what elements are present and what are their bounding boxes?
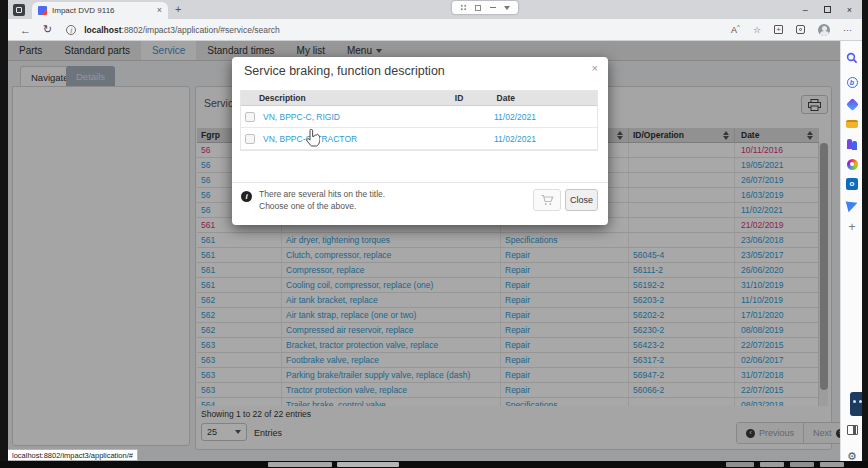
sidebar-bing-chat-icon[interactable]: b [845, 75, 859, 89]
hand-cursor [305, 129, 320, 147]
tab-favicon-icon [38, 6, 47, 15]
sidebar-drop-icon[interactable] [845, 198, 859, 212]
expand-widget-icon[interactable] [504, 6, 510, 10]
new-tab-button[interactable]: + [175, 3, 181, 15]
description-link[interactable]: VN, BPPC-C, RIGID [255, 112, 452, 122]
drag-grid-icon[interactable] [460, 4, 467, 11]
browser-tab[interactable]: Impact DVD 9116 × [32, 2, 168, 19]
modal-table-row[interactable]: VN, BPPC-C, TRACTOR11/02/2021 [241, 128, 597, 150]
sidebar-panel-toggle-icon[interactable] [845, 423, 859, 437]
browser-addressbar: ← ↻ i localhost:8802/impact3/application… [8, 19, 862, 41]
modal-close-button[interactable]: Close [565, 189, 598, 211]
back-icon[interactable]: ← [20, 24, 31, 36]
taskbar-item[interactable] [760, 462, 784, 467]
window-maximize-button[interactable] [824, 6, 831, 13]
modal-table-header: Description ID Date [241, 91, 597, 106]
row-checkbox[interactable] [245, 134, 255, 144]
browser-titlebar: Impact DVD 9116 × + – × [8, 0, 862, 19]
capture-region-icon[interactable] [475, 5, 481, 11]
sidebar-settings-icon[interactable]: ⚙ [845, 449, 859, 461]
profile-avatar[interactable] [818, 24, 830, 36]
minimize-widget-icon[interactable] [490, 7, 496, 8]
tab-title: Impact DVD 9116 [52, 6, 152, 15]
browser-window: Impact DVD 9116 × + – × ← ↻ i localhost:… [8, 0, 862, 461]
modal-table: Description ID Date VN, BPPC-C, RIGID11/… [240, 90, 598, 151]
modal-table-row[interactable]: VN, BPPC-C, RIGID11/02/2021 [241, 106, 597, 128]
cart-icon [541, 195, 554, 206]
screen: Impact DVD 9116 × + – × ← ↻ i localhost:… [0, 0, 868, 468]
description-link[interactable]: VN, BPPC-C, TRACTOR [255, 134, 452, 144]
window-minimize-button[interactable]: – [803, 5, 808, 15]
modal-col-description: Description [259, 91, 455, 105]
add-to-cart-button[interactable] [533, 189, 561, 211]
taskbar-item[interactable] [790, 462, 814, 467]
read-aloud-icon[interactable]: A^ [731, 24, 740, 35]
modal-title: Service braking, function description [244, 64, 445, 78]
sidebar-outlook-icon[interactable]: o [845, 177, 859, 191]
cell-date: 11/02/2021 [494, 112, 595, 122]
taskbar [0, 461, 868, 468]
sidebar-add-icon[interactable]: + [845, 220, 859, 234]
taskbar-item[interactable] [820, 462, 844, 467]
taskbar-item[interactable] [726, 462, 754, 467]
edge-sidebar: b o + ⚙ [840, 41, 862, 461]
modal-message: There are several hits on the title. Cho… [259, 189, 385, 212]
browser-essentials-icon[interactable] [796, 25, 805, 34]
sidebar-hidden-app-icon[interactable] [850, 392, 862, 416]
url-field[interactable]: localhost:8802/impact3/application/#serv… [84, 25, 731, 35]
taskbar-item[interactable] [268, 462, 332, 467]
tab-close-icon[interactable]: × [157, 6, 162, 15]
function-description-modal: Service braking, function description × … [232, 57, 608, 225]
info-icon: i [241, 191, 252, 202]
capture-widget[interactable] [452, 1, 518, 14]
modal-col-id: ID [455, 91, 497, 105]
row-checkbox[interactable] [245, 112, 255, 122]
favorites-star-icon[interactable]: ☆ [753, 25, 761, 35]
window-close-button[interactable]: × [847, 5, 852, 15]
sidebar-shopping-icon[interactable] [845, 97, 859, 111]
modal-close-icon[interactable]: × [592, 62, 598, 74]
collections-icon[interactable]: + [774, 25, 783, 34]
modal-col-date: Date [497, 91, 597, 105]
sidebar-games-icon[interactable] [845, 117, 859, 131]
site-info-icon[interactable]: i [66, 25, 76, 35]
sidebar-image-creator-icon[interactable] [845, 157, 859, 171]
cell-date: 11/02/2021 [494, 134, 595, 144]
sidebar-office-icon[interactable] [845, 137, 859, 151]
settings-menu-icon[interactable]: ··· [843, 25, 852, 35]
tab-actions-icon[interactable] [13, 4, 25, 16]
status-tooltip: localhost:8802/impact3/application/# [8, 449, 138, 461]
modal-footer: i There are several hits on the title. C… [232, 182, 608, 225]
taskbar-item[interactable] [337, 462, 399, 467]
refresh-icon[interactable]: ↻ [43, 23, 52, 36]
sidebar-search-icon[interactable] [845, 51, 859, 65]
